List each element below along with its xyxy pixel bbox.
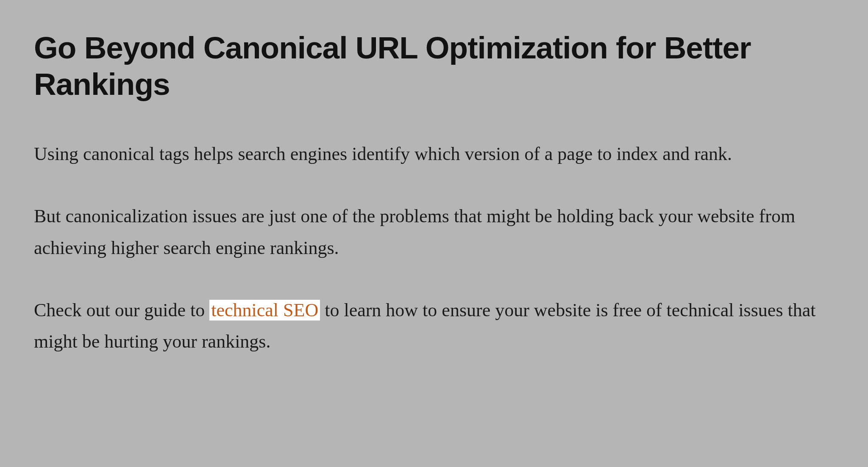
paragraph-3-pre: Check out our guide to	[34, 300, 209, 321]
paragraph-2: But canonicalization issues are just one…	[34, 201, 834, 264]
technical-seo-link[interactable]: technical SEO	[209, 300, 320, 321]
paragraph-3: Check out our guide to technical SEO to …	[34, 295, 834, 358]
article-heading: Go Beyond Canonical URL Optimization for…	[34, 30, 834, 102]
paragraph-1: Using canonical tags helps search engine…	[34, 138, 834, 170]
